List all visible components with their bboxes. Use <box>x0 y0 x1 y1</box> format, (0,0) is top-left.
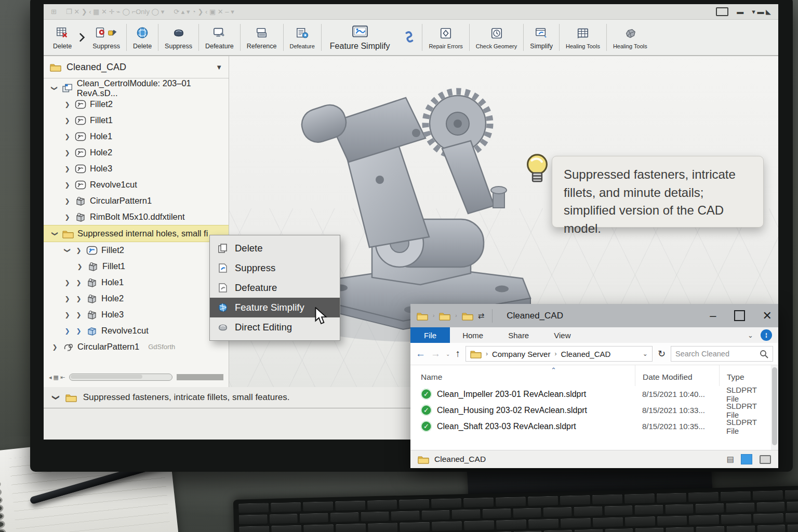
ribbon-collapse-icon[interactable]: ⌄ <box>748 331 753 339</box>
chevron-down-icon[interactable]: ▼ <box>216 63 222 71</box>
tree-item-revolve1cut[interactable]: ❯❯Revolve1cut <box>44 323 229 339</box>
chevron-right-icon[interactable]: ❯ <box>63 165 71 172</box>
quick-access-toolbar[interactable]: ⊞ ❐ ✕ ❯ ‹ ▦ ✕ ✛ ⌁ ◯ ⌐Only ◯ ▾ ⟳ ▴ ▾ ◔ ❯ … <box>44 4 778 20</box>
tab-view[interactable]: View <box>541 327 583 343</box>
search-input[interactable]: Search Cleaned <box>671 346 773 362</box>
chevron-down-icon[interactable]: ❯ <box>64 246 71 254</box>
minimize-button[interactable]: – <box>710 313 716 318</box>
toolbar-button-delete[interactable]: Delete <box>128 20 157 55</box>
details-view-icon[interactable]: ▤ <box>727 455 734 464</box>
toolbar-button-delete[interactable]: Delete <box>48 20 77 55</box>
tree-item-hole1[interactable]: ❯❯Hole1 <box>44 274 229 290</box>
toolbar-button-check-geomery[interactable]: Check Geomery <box>471 20 522 55</box>
chevron-right-icon[interactable]: ❯ <box>63 214 71 221</box>
toolbar-button-simplify[interactable]: Simplify <box>525 20 558 55</box>
tree-item-fillet2[interactable]: ❯❯Fillet2 <box>44 242 229 258</box>
menu-item-delete[interactable]: Delete <box>210 238 340 258</box>
scrollbar-thumb[interactable] <box>772 367 777 445</box>
tree-root-row[interactable]: Cleaned_CAD ▼ <box>44 56 229 78</box>
chevron-right-icon[interactable]: ❯ <box>63 197 71 205</box>
tree-item-hole2[interactable]: ❯❯Hole2 <box>44 290 229 307</box>
window-controls[interactable]: ▬ ▾ ▬ ◣ <box>716 7 771 16</box>
file-row[interactable]: ✓Clean_Shaft 203-03 RevAclean.sldprt8/15… <box>410 418 771 434</box>
chevron-down-icon[interactable]: ❯ <box>51 84 58 91</box>
chevron-right-icon[interactable]: ❯ <box>75 295 83 302</box>
tree-item-clean-certrolmodule-203-01-rev[interactable]: ❯Clean_CertrolModule: 203–01 RevA.sD... <box>44 80 229 96</box>
toolbar-button-defeature[interactable]: Defeature <box>200 20 239 55</box>
toolbar-button-suppress[interactable]: Suppress <box>159 20 197 55</box>
toolbar-expand-chevron-icon[interactable] <box>77 20 87 55</box>
tab-file[interactable]: File <box>410 327 450 343</box>
back-button[interactable]: ← <box>416 348 425 360</box>
column-name[interactable]: Name ⌃ <box>410 365 635 386</box>
maximize-button[interactable] <box>734 310 745 321</box>
chevron-right-icon[interactable]: ❯ <box>63 311 71 318</box>
chevron-down-icon[interactable]: ❯ <box>51 230 59 237</box>
toolbar-button-healing-tools[interactable]: Healing Tools <box>561 20 605 55</box>
address-dropdown-icon[interactable]: ⌄ <box>643 350 648 357</box>
chevron-right-icon[interactable]: ❯ <box>63 279 71 286</box>
tree-item-fillet1[interactable]: ❯Fillet1 <box>44 112 229 128</box>
forward-button[interactable]: → <box>431 348 441 360</box>
chevron-down-icon[interactable]: ❯ <box>52 394 60 401</box>
file-type: SLDPRT File <box>719 402 771 419</box>
up-button[interactable]: ↑ <box>455 348 460 360</box>
breadcrumb-cleaned-cad[interactable]: Cleaned_CAD <box>561 350 610 358</box>
file-row[interactable]: ✓Clean_Impeller 203-01 RevAclean.sldprt8… <box>410 386 771 402</box>
chevron-right-icon[interactable]: ❯ <box>63 117 71 124</box>
tree-item-revolve1cut[interactable]: ❯Revolve1cut <box>44 177 229 193</box>
chevron-right-icon[interactable]: ❯ <box>63 295 71 302</box>
chevron-right-icon[interactable]: ❯ <box>63 149 71 156</box>
help-icon[interactable]: ⁞ <box>761 329 772 341</box>
menu-item-defeature[interactable]: Defeature <box>210 278 340 298</box>
tree-item-hole3[interactable]: ❯❯Hole3 <box>44 307 229 323</box>
column-date-modified[interactable]: Date Modified <box>635 365 719 386</box>
refresh-icon[interactable]: ↻ <box>658 348 666 360</box>
restore-icon[interactable]: ▾ ▬ ◣ <box>752 8 771 16</box>
explorer-titlebar[interactable]: › › ⇄ Cleaned_CAD – ✕ <box>410 304 778 327</box>
column-type[interactable]: Type <box>719 365 771 386</box>
explorer-scrollbar[interactable] <box>771 365 778 450</box>
tree-hscrollbar[interactable]: ◂ ▦ ⇤ <box>44 371 229 383</box>
minimize-icon[interactable]: ▬ <box>737 8 743 16</box>
preview-pane-icon[interactable] <box>760 455 771 464</box>
tree-item-hole2[interactable]: ❯Hole2 <box>44 144 229 161</box>
toolbar-button-repair-errors[interactable]: Repair Errors <box>423 20 468 55</box>
toolbar-button-defeature[interactable]: Defeature <box>285 20 320 55</box>
switch-view-icon[interactable]: ⇄ <box>478 311 485 321</box>
tree-item-fillet1[interactable]: ❯Fillet1 <box>44 258 229 274</box>
chevron-right-icon[interactable]: ❯ <box>63 133 71 140</box>
toolbar-button-swirl-blue[interactable] <box>397 20 421 55</box>
tree-item-hole3[interactable]: ❯Hole3 <box>44 161 229 177</box>
chevron-right-icon[interactable]: ❯ <box>51 343 59 351</box>
toolbar-button-label: Defeature <box>205 43 234 50</box>
tree-item-rimbolt-m5x10-ddfxtilent[interactable]: ❯RimBolt M5x10.ddfxtilent <box>44 209 229 225</box>
close-button[interactable]: ✕ <box>763 309 772 323</box>
chevron-right-icon[interactable]: ❯ <box>76 263 84 270</box>
menu-item-suppress[interactable]: Suppress <box>210 258 340 278</box>
tree-item-fillet2[interactable]: ❯Fillet2 <box>44 96 229 112</box>
file-row[interactable]: ✓Clean_Housing 203-02 RevAclean.sldprt8/… <box>410 402 771 418</box>
breadcrumb-company-server[interactable]: Company Server <box>492 350 551 358</box>
thumbnail-view-icon[interactable] <box>741 454 752 464</box>
toolbar-button-suppress[interactable]: Suppress <box>87 20 125 55</box>
history-dropdown-icon[interactable]: ⌄ <box>446 351 450 357</box>
chevron-right-icon[interactable]: ❯ <box>75 279 83 286</box>
chevron-right-icon[interactable]: ❯ <box>75 327 83 335</box>
toolbar-button-reference[interactable]: Reference <box>242 20 282 55</box>
tree-item-circularpattern1[interactable]: ❯CircularPattern1 <box>44 193 229 209</box>
hscroll-thumb[interactable] <box>71 375 142 379</box>
chevron-right-icon[interactable]: ❯ <box>63 101 71 108</box>
chevron-right-icon[interactable]: ❯ <box>75 311 83 318</box>
tree-item-suppressed-internal-holes-smal[interactable]: ❯Suppressed internal holes, small fi <box>44 225 229 242</box>
chevron-right-icon[interactable]: ❯ <box>75 247 83 254</box>
tab-home[interactable]: Home <box>450 327 496 343</box>
chevron-right-icon[interactable]: ❯ <box>63 181 71 189</box>
address-bar[interactable]: › Company Server › Cleaned_CAD ⌄ <box>466 346 653 362</box>
tree-item-circularpattern1[interactable]: ❯CircularPattern1GdSforth <box>44 339 229 355</box>
tree-item-hole1[interactable]: ❯Hole1 <box>44 128 229 144</box>
toolbar-button-feature-simplify[interactable]: Feature Simplify <box>323 20 397 55</box>
tab-share[interactable]: Share <box>496 327 541 343</box>
toolbar-button-healing-tools[interactable]: Healing Tools <box>608 20 653 55</box>
chevron-right-icon[interactable]: ❯ <box>63 327 71 335</box>
